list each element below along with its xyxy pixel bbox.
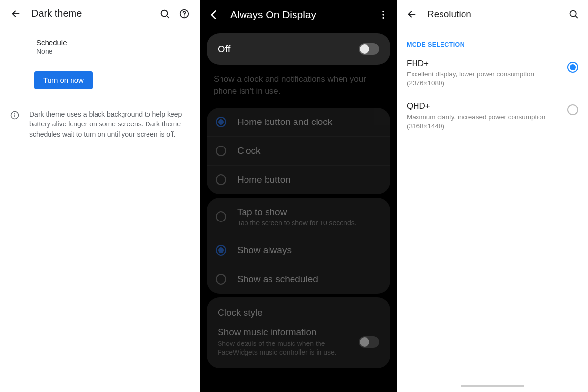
page-title: Always On Display bbox=[230, 9, 373, 21]
chevron-left-icon bbox=[207, 8, 220, 21]
schedule-label: Schedule bbox=[36, 38, 188, 47]
search-icon bbox=[568, 9, 579, 19]
section-label: MODE SELECTION bbox=[397, 28, 588, 54]
music-info-row[interactable]: Show music information Show details of t… bbox=[207, 320, 390, 368]
arrow-left-icon bbox=[406, 9, 417, 20]
svg-point-4 bbox=[184, 15, 185, 16]
search-button[interactable] bbox=[155, 4, 174, 24]
svg-point-10 bbox=[382, 17, 384, 19]
radio-icon bbox=[567, 62, 578, 73]
music-info-text: Show music information Show details of t… bbox=[218, 327, 353, 358]
option-title: QHD+ bbox=[407, 101, 561, 111]
radio-icon bbox=[216, 174, 226, 185]
svg-line-13 bbox=[575, 16, 577, 18]
display-timing-group: Tap to showTap the screen to show for 10… bbox=[207, 198, 390, 294]
option-label: Show as scheduled bbox=[237, 274, 318, 285]
content-option[interactable]: Home button and clock bbox=[207, 108, 390, 136]
extras-group: Clock style Show music information Show … bbox=[207, 297, 390, 368]
resolution-option[interactable]: QHD+Maximum clarity, increased power con… bbox=[397, 97, 588, 139]
body: Schedule None Turn on now Dark theme use… bbox=[0, 27, 200, 148]
option-sub: Tap the screen to show for 10 seconds. bbox=[237, 219, 357, 227]
panel-always-on-display: Always On Display Off Show a clock and n… bbox=[200, 0, 397, 392]
master-toggle-card: Off bbox=[207, 33, 390, 65]
help-icon bbox=[179, 8, 190, 19]
description-text: Show a clock and notifications when your… bbox=[200, 69, 397, 104]
clock-style-label: Clock style bbox=[218, 307, 379, 318]
resolution-option[interactable]: FHD+Excellent display, lower power consu… bbox=[397, 54, 588, 97]
master-toggle-label: Off bbox=[218, 44, 359, 55]
timing-option[interactable]: Show always bbox=[207, 236, 390, 265]
info-block: Dark theme uses a black background to he… bbox=[0, 100, 200, 148]
option-label: Show always bbox=[237, 245, 292, 256]
clock-style-row[interactable]: Clock style bbox=[207, 297, 390, 320]
music-info-title: Show music information bbox=[218, 327, 353, 338]
back-button[interactable] bbox=[204, 5, 223, 24]
search-icon bbox=[159, 8, 170, 19]
panel-dark-theme: Dark theme Schedule None Turn on now Dar… bbox=[0, 0, 200, 392]
master-toggle-row[interactable]: Off bbox=[207, 33, 390, 65]
option-title: FHD+ bbox=[407, 59, 561, 69]
option-sub: Excellent display, lower power consumpti… bbox=[407, 70, 561, 88]
svg-point-9 bbox=[382, 14, 384, 15]
radio-icon bbox=[567, 104, 578, 115]
page-title: Resolution bbox=[427, 9, 564, 20]
radio-icon bbox=[216, 274, 226, 285]
option-sub: Maximum clarity, increased power consump… bbox=[407, 113, 561, 130]
radio-icon bbox=[216, 117, 226, 127]
header: Always On Display bbox=[200, 0, 397, 29]
header: Dark theme bbox=[0, 0, 200, 27]
schedule-value: None bbox=[36, 48, 188, 55]
more-vertical-icon bbox=[378, 9, 389, 20]
radio-icon bbox=[216, 211, 226, 222]
panel-resolution: Resolution MODE SELECTION FHD+Excellent … bbox=[397, 0, 588, 392]
arrow-left-icon bbox=[10, 8, 21, 19]
info-text: Dark theme uses a black background to he… bbox=[29, 109, 191, 139]
option-label: Home button bbox=[237, 174, 291, 185]
option-label: Tap to show bbox=[237, 207, 357, 218]
master-switch[interactable] bbox=[359, 43, 379, 55]
resolution-options: FHD+Excellent display, lower power consu… bbox=[397, 54, 588, 140]
timing-option[interactable]: Tap to showTap the screen to show for 10… bbox=[207, 198, 390, 236]
svg-line-2 bbox=[167, 15, 169, 17]
turn-on-button[interactable]: Turn on now bbox=[34, 71, 93, 89]
content-option[interactable]: Home button bbox=[207, 165, 390, 194]
radio-icon bbox=[216, 245, 226, 256]
music-switch[interactable] bbox=[359, 336, 379, 348]
content-option[interactable]: Clock bbox=[207, 136, 390, 165]
gesture-bar bbox=[461, 385, 524, 387]
info-icon bbox=[9, 109, 21, 121]
option-label: Home button and clock bbox=[237, 117, 332, 127]
search-button[interactable] bbox=[564, 4, 583, 24]
more-button[interactable] bbox=[373, 5, 393, 24]
svg-point-8 bbox=[382, 11, 384, 12]
music-info-sub: Show details of the music when the FaceW… bbox=[218, 339, 353, 358]
option-label: Clock bbox=[237, 146, 261, 156]
timing-option[interactable]: Show as scheduled bbox=[207, 265, 390, 294]
header: Resolution bbox=[397, 0, 588, 28]
back-button[interactable] bbox=[6, 4, 25, 24]
schedule-row[interactable]: Schedule None bbox=[0, 35, 200, 58]
page-title: Dark theme bbox=[31, 8, 155, 19]
back-button[interactable] bbox=[402, 4, 421, 24]
svg-point-7 bbox=[14, 113, 15, 114]
help-button[interactable] bbox=[174, 4, 194, 24]
display-content-group: Home button and clockClockHome button bbox=[207, 108, 390, 194]
radio-icon bbox=[216, 146, 226, 156]
